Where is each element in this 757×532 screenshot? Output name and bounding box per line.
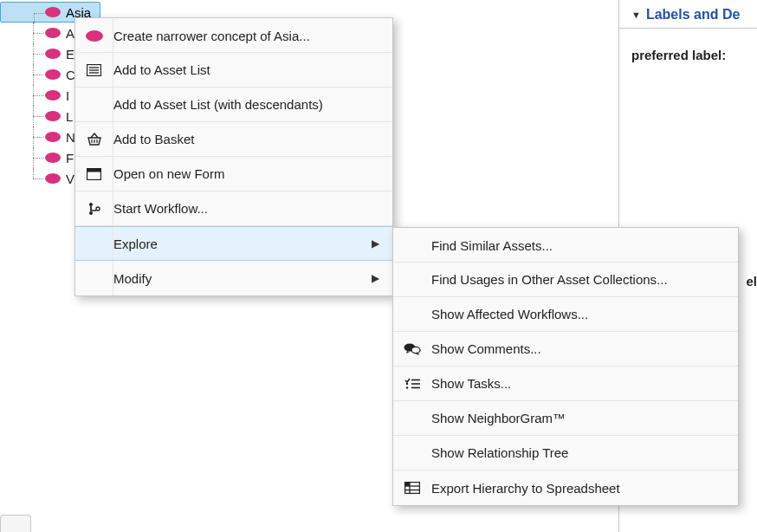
menu-item-label: Show Tasks... [431,376,738,391]
menu-item-create-narrower-concept[interactable]: Create narrower concept of Asia... [75,18,392,53]
submenu-arrow-icon: ▶ [372,237,392,250]
menu-item-label: Start Workflow... [113,201,392,216]
menu-item-add-to-asset-list[interactable]: Add to Asset List [75,53,392,88]
menu-item-label: Show NeighborGram™ [431,411,738,425]
concept-icon [45,173,61,184]
submenu-arrow-icon: ▶ [372,272,392,284]
menu-item-open-new-form[interactable]: Open on new Form [75,157,392,191]
list-icon [75,53,113,87]
svg-point-14 [411,347,420,353]
concept-icon [45,152,61,163]
menu-item-label: Show Affected Workflows... [431,307,738,321]
tree-item-label: I [66,88,69,103]
menu-item-label: Add to Asset List [113,62,392,77]
menu-item-label: Add to Basket [113,132,392,146]
submenu-item-show-tasks[interactable]: Show Tasks... [393,367,738,401]
submenu-item-find-similar-assets[interactable]: Find Similar Assets... [393,228,738,263]
empty-icon [75,227,113,260]
menu-item-modify[interactable]: Modify ▶ [75,261,392,295]
svg-point-11 [96,207,100,211]
menu-item-label: Find Similar Assets... [431,238,738,253]
workflow-icon [75,191,113,225]
preferred-label-field: preferred label: [619,29,757,68]
form-icon [75,157,113,191]
submenu-item-find-usages[interactable]: Find Usages in Other Asset Collections..… [393,263,738,297]
menu-item-add-to-basket[interactable]: Add to Basket [75,122,392,157]
empty-icon [75,88,113,121]
panel-cutoff-text: el [746,274,757,289]
tree-item-label: V [66,172,74,186]
tasks-icon [393,378,431,390]
bottom-tab[interactable] [0,515,31,532]
basket-icon [75,122,113,156]
tree-item-label: E [66,47,74,62]
menu-item-label: Show Comments... [431,341,738,356]
context-menu: Create narrower concept of Asia... Add t… [74,17,393,296]
comments-icon [393,342,431,355]
svg-rect-24 [405,483,411,487]
menu-item-label: Explore [113,237,372,251]
menu-item-label: Modify [113,271,372,286]
menu-item-label: Find Usages in Other Asset Collections..… [431,272,738,287]
menu-item-add-to-asset-list-descendants[interactable]: Add to Asset List (with descendants) [75,88,392,122]
menu-item-label: Show Relationship Tree [431,445,738,460]
panel-header-text: Labels and De [646,7,740,23]
menu-item-label: Open on new Form [113,166,392,181]
svg-point-17 [406,382,408,384]
collapse-arrow-icon: ▼ [631,10,641,20]
svg-point-10 [89,211,93,215]
concept-icon [45,28,61,38]
submenu-item-show-comments[interactable]: Show Comments... [393,332,738,367]
concept-icon [45,90,61,101]
concept-oval-icon [75,19,113,52]
tree-item-label: A [66,26,74,41]
menu-item-label: Create narrower concept of Asia... [113,29,392,43]
tree-item-label: F [66,151,74,165]
concept-icon [45,49,61,59]
spreadsheet-icon [393,482,431,494]
empty-icon [75,261,113,295]
svg-rect-8 [87,168,101,172]
concept-icon [45,132,61,142]
panel-section-header[interactable]: ▼ Labels and De [619,0,757,29]
tree-item-label: L [66,109,73,124]
menu-item-start-workflow[interactable]: Start Workflow... [75,191,392,226]
submenu-item-export-hierarchy-spreadsheet[interactable]: Export Hierarchy to Spreadsheet [393,470,738,505]
concept-icon [45,111,61,121]
menu-item-label: Add to Asset List (with descendants) [113,97,392,112]
concept-icon [45,69,61,80]
menu-item-explore[interactable]: Explore ▶ [75,226,392,261]
svg-point-9 [89,203,93,206]
explore-submenu: Find Similar Assets... Find Usages in Ot… [392,227,739,506]
submenu-item-show-neighborgram[interactable]: Show NeighborGram™ [393,401,738,436]
submenu-item-show-affected-workflows[interactable]: Show Affected Workflows... [393,297,738,332]
svg-point-19 [406,386,408,388]
concept-icon [45,7,61,17]
submenu-item-show-relationship-tree[interactable]: Show Relationship Tree [393,436,738,470]
menu-item-label: Export Hierarchy to Spreadsheet [431,481,738,496]
